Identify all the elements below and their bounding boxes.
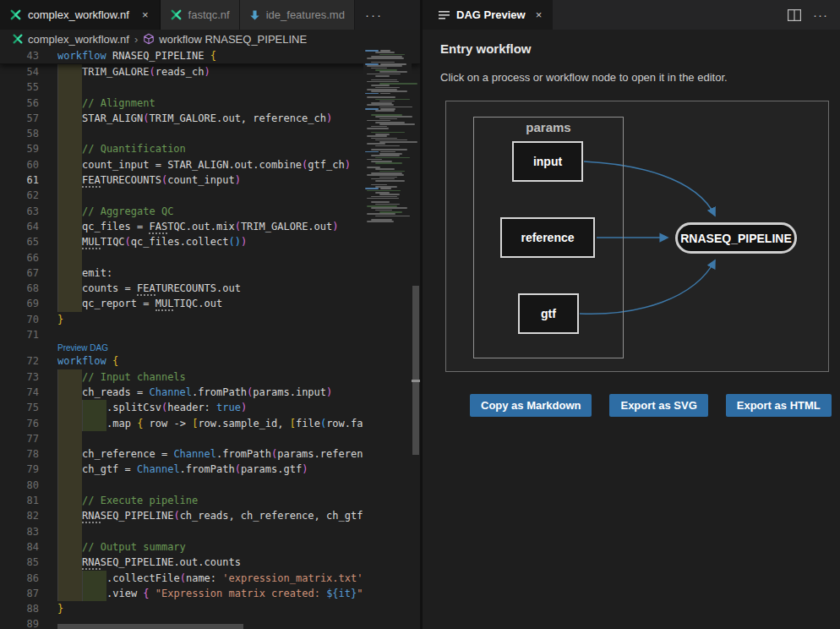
code-line[interactable]: 75.splitCsv(header: true) — [0, 400, 420, 415]
code-line[interactable]: 64qc_files = FASTQC.out.mix(TRIM_GALORE.… — [0, 219, 420, 234]
code-line[interactable]: 81// Execute pipeline — [0, 493, 420, 508]
minimap-line — [367, 213, 395, 215]
code-line[interactable]: 88} — [0, 601, 420, 616]
minimap-line — [365, 151, 379, 153]
minimap-line — [367, 128, 389, 129]
minimap-line — [380, 188, 391, 189]
more-actions-icon[interactable]: ··· — [813, 8, 828, 22]
minimap-line — [379, 177, 397, 178]
node-gtf[interactable]: gtf — [518, 293, 579, 334]
code-line[interactable]: 62 — [0, 188, 420, 203]
code-line[interactable]: 87.view { "Expression matrix created: ${… — [0, 586, 420, 601]
code-line[interactable]: 78ch_reference = Channel.fromPath(params… — [0, 446, 420, 462]
minimap-line — [375, 75, 390, 77]
code-line[interactable]: 67emit: — [0, 265, 420, 281]
line-number: 76 — [0, 416, 42, 431]
horizontal-scrollbar-slider[interactable] — [57, 624, 243, 629]
codelens-preview-dag[interactable]: Preview DAG — [0, 342, 420, 353]
export-as-svg-button[interactable]: Export as SVG — [609, 394, 707, 417]
code-line[interactable]: 56// Alignment — [0, 96, 420, 111]
line-number: 61 — [0, 172, 42, 188]
tab-overflow-menu[interactable]: ··· — [355, 0, 393, 30]
code-line[interactable]: 60count_input = STAR_ALIGN.out.combine(g… — [0, 157, 420, 172]
code-line[interactable]: 71 — [0, 327, 420, 342]
code-line[interactable]: 66 — [0, 250, 420, 265]
code-line[interactable]: 85RNASEQ_PIPELINE.out.counts — [0, 555, 420, 570]
node-rnaseq-pipeline[interactable]: RNASEQ_PIPELINE — [675, 222, 797, 254]
minimap-line — [367, 198, 399, 200]
code-line[interactable]: 54TRIM_GALORE(reads_ch) — [0, 64, 420, 79]
line-number: 65 — [0, 234, 42, 249]
breadcrumb-separator: › — [134, 33, 139, 46]
line-number: 77 — [0, 431, 42, 446]
tab-fastqc[interactable]: fastqc.nf — [161, 0, 240, 30]
line-number: 74 — [0, 385, 42, 400]
code-line[interactable]: 73// Input channels — [0, 369, 420, 385]
code-editor[interactable]: 43workflow RNASEQ_PIPELINE { 54TRIM_GALO… — [0, 48, 420, 629]
minimap-line — [371, 85, 390, 86]
line-number: 70 — [0, 312, 42, 327]
minimap-line — [375, 157, 410, 159]
code-line[interactable]: 68counts = FEATURECOUNTS.out — [0, 281, 420, 296]
copy-as-markdown-button[interactable]: Copy as Markdown — [470, 394, 592, 417]
params-group-label: params — [474, 120, 623, 134]
line-number: 78 — [0, 446, 42, 462]
code-line[interactable]: 74ch_reads = Channel.fromPath(params.inp… — [0, 385, 420, 400]
line-number: 54 — [0, 64, 42, 79]
line-number: 56 — [0, 96, 42, 111]
code-line[interactable]: 82RNASEQ_PIPELINE(ch_reads, ch_reference… — [0, 508, 420, 523]
tab-complex-workflow[interactable]: complex_workflow.nf × — [0, 0, 161, 30]
tab-label: fastqc.nf — [188, 8, 230, 21]
breadcrumb-symbol[interactable]: workflow RNASEQ_PIPELINE — [159, 33, 307, 46]
line-number: 63 — [0, 204, 42, 219]
minimap-line — [367, 174, 404, 176]
code-line[interactable]: 69qc_report = MULTIQC.out — [0, 296, 420, 311]
line-number: 88 — [0, 601, 42, 616]
split-editor-icon[interactable] — [788, 9, 801, 21]
sticky-scroll-line[interactable]: 43workflow RNASEQ_PIPELINE { — [0, 48, 420, 64]
code-line[interactable]: 58 — [0, 126, 420, 141]
export-as-html-button[interactable]: Export as HTML — [726, 394, 832, 417]
code-lines: 54TRIM_GALORE(reads_ch)5556// Alignment5… — [0, 64, 420, 629]
code-line[interactable]: 83 — [0, 524, 420, 539]
tab-dag-preview[interactable]: DAG Preview × — [423, 0, 553, 30]
line-number: 58 — [0, 126, 42, 141]
tab-ide-features[interactable]: ide_features.md — [240, 0, 355, 30]
code-line[interactable]: 61FEATURECOUNTS(count_input) — [0, 172, 420, 188]
close-icon[interactable]: × — [140, 8, 150, 21]
code-line[interactable]: 65MULTIQC(qc_files.collect()) — [0, 234, 420, 249]
panel-tab-label: DAG Preview — [456, 8, 526, 21]
code-line[interactable]: 79ch_gtf = Channel.fromPath(params.gtf) — [0, 462, 420, 477]
preview-list-icon — [439, 10, 450, 20]
minimap-line — [371, 149, 407, 150]
minimap-line — [375, 99, 410, 101]
code-line[interactable]: 77 — [0, 431, 420, 446]
minimap-line — [367, 57, 404, 59]
code-line[interactable]: 55 — [0, 79, 420, 95]
line-content: workflow RNASEQ_PIPELINE { — [57, 48, 216, 63]
code-line[interactable]: 57STAR_ALIGN(TRIM_GALORE.out, reference_… — [0, 111, 420, 126]
code-line[interactable]: 80 — [0, 478, 420, 493]
node-input[interactable]: input — [512, 141, 583, 182]
code-line[interactable]: 70} — [0, 312, 420, 327]
line-number: 87 — [0, 586, 42, 601]
node-reference[interactable]: reference — [500, 217, 595, 258]
minimap-line — [379, 118, 397, 120]
minimap-line — [371, 196, 397, 198]
panel-heading: Entry workflow — [440, 41, 532, 56]
breadcrumb-file[interactable]: complex_workflow.nf — [28, 33, 129, 46]
vscode-window: complex_workflow.nf × fastqc.nf ide_feat… — [0, 0, 840, 629]
vertical-scrollbar-slider[interactable] — [412, 286, 419, 455]
code-line[interactable]: 76.map { row -> [row.sample_id, [file(ro… — [0, 416, 420, 431]
close-icon[interactable]: × — [536, 8, 543, 21]
minimap[interactable] — [363, 48, 412, 629]
minimap-line — [375, 116, 412, 118]
code-line[interactable]: 84// Output summary — [0, 539, 420, 555]
code-line[interactable]: 86.collectFile(name: 'expression_matrix.… — [0, 571, 420, 586]
code-line[interactable]: 72workflow { — [0, 353, 420, 369]
vertical-scrollbar[interactable] — [412, 48, 420, 629]
code-line[interactable]: 63// Aggregate QC — [0, 204, 420, 219]
code-line[interactable]: 59// Quantification — [0, 141, 420, 156]
code-line[interactable]: 43workflow RNASEQ_PIPELINE { — [0, 48, 216, 63]
line-number: 72 — [0, 353, 42, 369]
